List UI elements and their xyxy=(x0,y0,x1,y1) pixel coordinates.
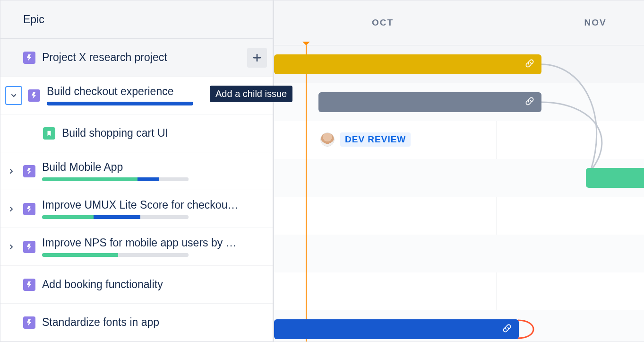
story-icon xyxy=(43,127,55,140)
epic-icon xyxy=(23,203,35,215)
dependency-line-error xyxy=(515,317,553,342)
epic-rows: Project X research projectBuild checkout… xyxy=(0,39,273,342)
progress-segment-green xyxy=(42,215,94,219)
progress-segment-grey xyxy=(118,253,189,257)
today-marker xyxy=(306,45,307,342)
timeline-bar[interactable] xyxy=(586,168,644,188)
chevron-right-icon[interactable] xyxy=(5,241,17,253)
timeline-lane[interactable] xyxy=(274,197,644,235)
progress-segment-blue xyxy=(47,102,193,105)
progress-segment-grey xyxy=(140,215,189,219)
sidebar-header: Epic xyxy=(0,0,273,39)
epic-row[interactable]: Build Mobile App xyxy=(0,152,273,190)
epic-row[interactable]: Add booking functionality xyxy=(0,266,273,304)
timeline-lane[interactable] xyxy=(274,272,644,310)
epic-title: Project X research project xyxy=(42,51,247,64)
row-content: Improve UMUX Lite Score for checkou… xyxy=(42,199,267,219)
month-label-oct: OCT xyxy=(372,18,394,28)
epic-column-label: Epic xyxy=(23,13,44,26)
epic-icon xyxy=(28,89,40,102)
story-row[interactable]: Build shopping cart UI xyxy=(0,114,273,152)
epic-title: Build Mobile App xyxy=(42,161,267,174)
chevron-placeholder xyxy=(5,52,17,64)
timeline-body[interactable]: DEV REVIEW xyxy=(274,45,644,342)
chevron-placeholder xyxy=(5,316,17,329)
epic-title: Improve NPS for mobile app users by … xyxy=(42,237,267,249)
progress-segment-blue xyxy=(137,177,160,181)
epic-title: Standardize fonts in app xyxy=(42,316,267,329)
timeline-bar[interactable] xyxy=(318,92,541,112)
timeline-bar[interactable] xyxy=(274,54,541,74)
month-label-nov: NOV xyxy=(584,18,606,28)
roadmap-app: Epic Project X research projectBuild che… xyxy=(0,0,644,342)
epic-title: Improve UMUX Lite Score for checkou… xyxy=(42,199,267,211)
tooltip-add-child: Add a child issue xyxy=(210,86,292,102)
chevron-placeholder xyxy=(5,127,17,140)
chevron-down-icon[interactable] xyxy=(5,86,22,105)
status-text: DEV REVIEW xyxy=(340,132,411,147)
progress-segment-green xyxy=(42,177,137,181)
progress-bar xyxy=(47,102,193,105)
epic-title: Add booking functionality xyxy=(42,278,267,291)
progress-bar xyxy=(42,215,189,219)
row-content: Improve NPS for mobile app users by … xyxy=(42,237,267,257)
progress-segment-blue xyxy=(94,215,140,219)
chevron-right-icon[interactable] xyxy=(5,165,17,177)
epic-sidebar: Epic Project X research projectBuild che… xyxy=(0,0,274,342)
progress-segment-green xyxy=(42,253,118,257)
epic-icon xyxy=(23,52,35,64)
chevron-placeholder xyxy=(5,279,17,291)
link-icon[interactable] xyxy=(502,323,512,335)
link-icon[interactable] xyxy=(524,58,535,70)
timeline[interactable]: OCT NOV DEV REVIEW xyxy=(274,0,644,342)
story-title: Build shopping cart UI xyxy=(62,127,267,140)
row-content: Build Mobile App xyxy=(42,161,267,181)
epic-icon xyxy=(23,165,35,177)
status-pill[interactable]: DEV REVIEW xyxy=(320,132,411,147)
epic-row[interactable]: Improve NPS for mobile app users by … xyxy=(0,228,273,266)
progress-segment-grey xyxy=(159,177,189,181)
progress-bar xyxy=(42,177,189,181)
epic-icon xyxy=(23,279,35,291)
assignee-avatar[interactable] xyxy=(320,132,335,147)
timeline-lane[interactable] xyxy=(274,235,644,272)
epic-row[interactable]: Improve UMUX Lite Score for checkou… xyxy=(0,190,273,228)
timeline-header: OCT NOV xyxy=(274,0,644,45)
epic-icon xyxy=(23,241,35,253)
link-icon[interactable] xyxy=(524,96,535,108)
timeline-bar[interactable] xyxy=(274,319,519,339)
epic-row[interactable]: Project X research project xyxy=(0,39,273,77)
add-child-issue-button[interactable] xyxy=(247,48,267,68)
progress-bar xyxy=(42,253,189,257)
tooltip-text: Add a child issue xyxy=(215,88,287,99)
epic-icon xyxy=(23,316,35,329)
epic-row[interactable]: Standardize fonts in app xyxy=(0,304,273,342)
chevron-right-icon[interactable] xyxy=(5,203,17,215)
